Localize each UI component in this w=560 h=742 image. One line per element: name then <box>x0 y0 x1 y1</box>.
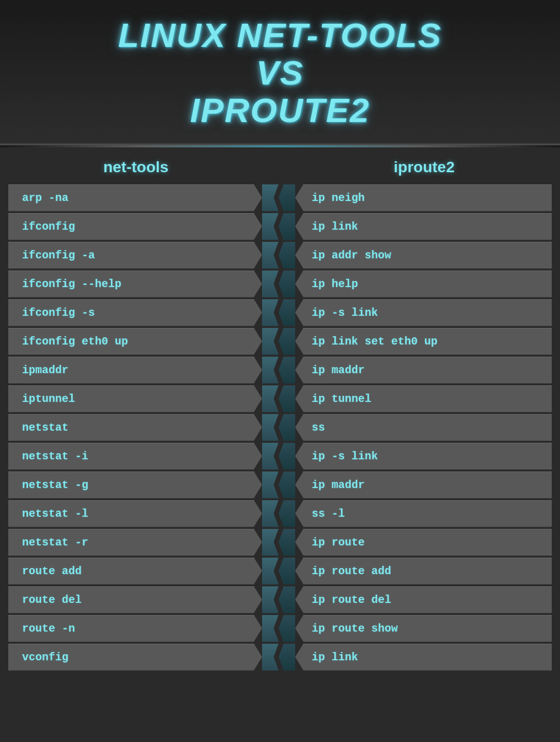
divider-right <box>279 615 295 642</box>
nettools-cell: vconfig <box>8 644 262 671</box>
divider-left <box>262 242 279 269</box>
iproute2-cell: ip maddr <box>295 357 552 384</box>
iproute2-cell: ip route show <box>295 615 552 642</box>
nettools-cell: route del <box>8 586 262 613</box>
divider-right <box>279 213 295 240</box>
nettools-cell: netstat <box>8 414 262 441</box>
table-row: route delip route del <box>8 586 552 613</box>
table-row: netstat -rip route <box>8 529 552 556</box>
divider-right <box>279 299 295 326</box>
row-divider <box>262 644 295 671</box>
row-divider <box>262 242 295 269</box>
nettools-cell: ifconfig <box>8 213 262 240</box>
divider-right <box>279 385 295 412</box>
divider-right <box>279 586 295 613</box>
divider-left <box>262 271 279 298</box>
nettools-cell: ipmaddr <box>8 357 262 384</box>
divider-left <box>262 299 279 326</box>
table-row: ifconfigip link <box>8 213 552 240</box>
iproute2-cell: ip maddr <box>295 471 552 499</box>
divider-right <box>279 357 295 384</box>
nettools-cell: arp -na <box>8 184 262 211</box>
page-header: LINUX NET-TOOLS VS IPROUTE2 <box>0 0 560 145</box>
divider-right <box>279 328 295 355</box>
divider-left <box>262 529 279 556</box>
divider-left <box>262 644 279 671</box>
column-headers: net-tools iproute2 <box>0 147 560 184</box>
table-row: iptunnelip tunnel <box>8 385 552 412</box>
iproute2-cell: ip route del <box>295 586 552 613</box>
iproute2-cell: ip link set eth0 up <box>295 328 552 355</box>
table-row: vconfigip link <box>8 644 552 671</box>
nettools-cell: netstat -l <box>8 500 262 527</box>
divider-left <box>262 586 279 613</box>
divider-right <box>279 529 295 556</box>
nettools-cell: ifconfig -s <box>8 299 262 326</box>
divider-left <box>262 385 279 412</box>
table-row: ifconfig -sip -s link <box>8 299 552 326</box>
row-divider <box>262 615 295 642</box>
divider-right <box>279 184 295 211</box>
row-divider <box>262 385 295 412</box>
iproute2-cell: ip addr show <box>295 242 552 269</box>
divider-right <box>279 471 295 499</box>
nettools-header: net-tools <box>8 158 264 176</box>
nettools-cell: iptunnel <box>8 385 262 412</box>
row-divider <box>262 443 295 470</box>
divider-left <box>262 213 279 240</box>
divider-right <box>279 644 295 671</box>
iproute2-cell: ip link <box>295 644 552 671</box>
row-divider <box>262 500 295 527</box>
divider-left <box>262 615 279 642</box>
divider-left <box>262 500 279 527</box>
iproute2-cell: ip link <box>295 213 552 240</box>
nettools-cell: netstat -r <box>8 529 262 556</box>
divider-right <box>279 500 295 527</box>
table-row: ifconfig -aip addr show <box>8 242 552 269</box>
divider-left <box>262 471 279 499</box>
iproute2-cell: ip -s link <box>295 443 552 470</box>
iproute2-cell: ss <box>295 414 552 441</box>
divider-right <box>279 414 295 441</box>
divider-left <box>262 357 279 384</box>
divider-left <box>262 328 279 355</box>
data-table: arp -naip neighifconfigip linkifconfig -… <box>0 184 560 683</box>
table-row: route -nip route show <box>8 615 552 642</box>
nettools-cell: ifconfig -a <box>8 242 262 269</box>
table-row: netstat -iip -s link <box>8 443 552 470</box>
nettools-cell: route -n <box>8 615 262 642</box>
row-divider <box>262 299 295 326</box>
table-row: netstatss <box>8 414 552 441</box>
divider-left <box>262 414 279 441</box>
iproute2-cell: ip neigh <box>295 184 552 211</box>
table-row: ipmaddrip maddr <box>8 357 552 384</box>
page-title: LINUX NET-TOOLS VS IPROUTE2 <box>11 17 549 130</box>
row-divider <box>262 271 295 298</box>
divider-left <box>262 184 279 211</box>
table-row: netstat -lss -l <box>8 500 552 527</box>
nettools-cell: route add <box>8 558 262 585</box>
iproute2-header: iproute2 <box>297 158 552 176</box>
iproute2-cell: ss -l <box>295 500 552 527</box>
table-row: ifconfig eth0 upip link set eth0 up <box>8 328 552 355</box>
nettools-cell: ifconfig eth0 up <box>8 328 262 355</box>
row-divider <box>262 414 295 441</box>
row-divider <box>262 471 295 499</box>
divider-right <box>279 558 295 585</box>
row-divider <box>262 213 295 240</box>
iproute2-cell: ip help <box>295 271 552 298</box>
row-divider <box>262 586 295 613</box>
nettools-cell: netstat -g <box>8 471 262 499</box>
divider-left <box>262 558 279 585</box>
nettools-cell: ifconfig --help <box>8 271 262 298</box>
table-row: arp -naip neigh <box>8 184 552 211</box>
divider-left <box>262 443 279 470</box>
table-row: netstat -gip maddr <box>8 471 552 499</box>
table-row: route addip route add <box>8 558 552 585</box>
row-divider <box>262 529 295 556</box>
row-divider <box>262 357 295 384</box>
row-divider <box>262 184 295 211</box>
iproute2-cell: ip -s link <box>295 299 552 326</box>
header-spacer <box>264 158 297 176</box>
nettools-cell: netstat -i <box>8 443 262 470</box>
